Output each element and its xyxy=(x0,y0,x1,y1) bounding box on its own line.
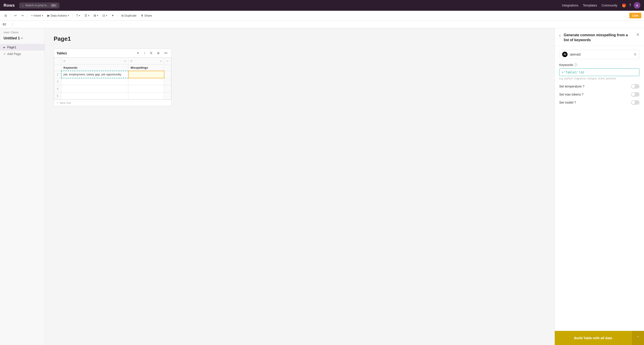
search-placeholder: Search or jump to... xyxy=(25,4,49,7)
col-names-row: Keywords Misspellings xyxy=(54,65,171,71)
table-header: Table1 ✦ ⫶ ⇅ ⊕ ••• xyxy=(54,49,171,58)
panel-body: AI openai2 ⚙ Keywords ? e.g. parfum, fra… xyxy=(555,46,644,331)
cell-b4[interactable] xyxy=(128,85,164,92)
col-header-row: A ▾ B ▾ + xyxy=(54,58,171,65)
search-icon: ⌕ xyxy=(22,4,24,7)
build-table-button[interactable]: Build Table with all data xyxy=(555,331,632,345)
gift-icon[interactable]: 🎁 xyxy=(622,3,626,8)
duplicate-button[interactable]: ⧉ Duplicate xyxy=(120,13,138,19)
toolbar-divider-4 xyxy=(118,14,118,18)
table-filter-button[interactable]: ⫶ xyxy=(143,51,146,56)
search-bar[interactable]: ⌕ Search or jump to... ⌘K xyxy=(19,3,60,9)
temperature-toggle[interactable] xyxy=(631,84,640,89)
cell-a3[interactable] xyxy=(61,78,128,85)
model-toggle-label-text: Set model xyxy=(559,101,573,104)
model-selector[interactable]: AI openai2 ⚙ xyxy=(559,50,640,59)
data-actions-chevron-icon: ▾ xyxy=(68,14,69,17)
model-gear-icon[interactable]: ⚙ xyxy=(634,53,636,56)
integrations-link[interactable]: Integrations xyxy=(562,4,578,7)
help-icon[interactable]: ? xyxy=(629,3,631,8)
row-names-num xyxy=(54,65,61,71)
layout-chevron-icon: ▾ xyxy=(106,14,107,17)
topbar: Rows ⌕ Search or jump to... ⌘K Integrati… xyxy=(0,0,644,11)
layout-button[interactable]: ⊡ ▾ xyxy=(101,13,109,18)
col-a-name-text: Keywords xyxy=(64,66,77,69)
layout-icon: ⊡ xyxy=(103,14,105,17)
new-row-button[interactable]: + New row xyxy=(54,100,171,106)
keywords-label-text: Keywords xyxy=(559,63,573,67)
doc-title-chevron-icon[interactable]: ▾ xyxy=(21,37,22,40)
max-tokens-toggle-row: Set max tokens ? xyxy=(559,92,640,97)
sidebar-item-page1[interactable]: ▶ Page1 xyxy=(0,44,44,51)
duplicate-icon: ⧉ xyxy=(122,14,124,18)
panel-footer: Build Table with all data ˅ xyxy=(555,331,644,345)
share-button[interactable]: ⬆ Share xyxy=(139,13,154,18)
format-icon: ⊞ xyxy=(94,14,96,17)
add-col-header[interactable]: + xyxy=(164,58,171,65)
keywords-label: Keywords ? xyxy=(559,63,640,67)
community-link[interactable]: Community xyxy=(602,4,618,7)
cell-a4[interactable] xyxy=(61,85,128,92)
table-sort-button[interactable]: ⇅ xyxy=(149,51,154,56)
live-button[interactable]: Live xyxy=(629,13,641,18)
model-toggle-label: Set model ? xyxy=(559,101,576,104)
max-tokens-toggle[interactable] xyxy=(631,92,640,97)
col-a-dropdown-icon[interactable]: ▾ xyxy=(124,60,126,63)
panel-title: Generate common misspelling from a list … xyxy=(564,33,633,43)
cell-b3[interactable] xyxy=(128,78,164,85)
table-search-button[interactable]: ⊕ xyxy=(156,51,161,56)
templates-link[interactable]: Templates xyxy=(583,4,597,7)
text-format-button[interactable]: T ▾ xyxy=(74,13,82,18)
sidebar-icon: ⊟ xyxy=(4,14,7,17)
keywords-help-icon[interactable]: ? xyxy=(574,63,577,67)
table-sparkle-button[interactable]: ✦ xyxy=(136,51,140,56)
cellbar: B2 xyxy=(0,21,644,28)
main-layout: rows / Demo Untitled 1 ▾ ▶ Page1 + Add P… xyxy=(0,28,644,345)
col-a-header[interactable]: A ▾ xyxy=(61,58,128,65)
insert-button[interactable]: + Insert ▾ xyxy=(29,13,45,18)
temperature-toggle-row: Set temperature ? xyxy=(559,84,640,89)
row-num-5: 5 xyxy=(54,92,61,100)
app-logo: Rows xyxy=(4,3,15,8)
align-icon: ☰ xyxy=(84,14,87,17)
row-num-3: 3 xyxy=(54,78,61,85)
panel-close-button[interactable]: ✕ xyxy=(636,33,640,37)
content-area: Page1 Table1 ✦ ⫶ ⇅ ⊕ ••• xyxy=(45,28,554,345)
user-avatar[interactable]: A xyxy=(634,2,640,9)
data-actions-button[interactable]: ▶ Data Actions ▾ xyxy=(46,13,71,18)
temperature-help-icon[interactable]: ? xyxy=(582,85,584,88)
model-toggle-row: Set model ? xyxy=(559,100,640,105)
panel-back-button[interactable]: ‹ xyxy=(559,33,560,38)
build-chevron-button[interactable]: ˅ xyxy=(632,331,644,345)
undo-button[interactable]: ↩ xyxy=(12,13,18,18)
col-b-dropdown-icon[interactable]: ▾ xyxy=(160,60,162,63)
sidebar: rows / Demo Untitled 1 ▾ ▶ Page1 + Add P… xyxy=(0,28,45,345)
format-button[interactable]: ⊞ ▾ xyxy=(92,13,100,18)
build-chevron-icon: ˅ xyxy=(637,335,639,340)
cell-b5[interactable] xyxy=(128,92,164,100)
breadcrumb-demo[interactable]: Demo xyxy=(12,31,18,34)
page1-label: Page1 xyxy=(7,46,16,49)
sidebar-toggle-button[interactable]: ⊟ xyxy=(3,13,9,18)
cell-add-3 xyxy=(164,78,171,85)
new-row-label: New row xyxy=(60,101,71,105)
table-row: 3 xyxy=(54,78,171,85)
cell-a2[interactable]: job, employment, salary gap, job opportu… xyxy=(61,71,128,78)
table-row: 4 xyxy=(54,85,171,92)
cell-a5[interactable] xyxy=(61,92,128,100)
add-page-button[interactable]: + Add Page xyxy=(0,51,44,57)
model-toggle[interactable] xyxy=(631,100,640,105)
cell-b2[interactable] xyxy=(128,71,164,78)
align-button[interactable]: ☰ ▾ xyxy=(83,13,91,18)
redo-button[interactable]: ↪ xyxy=(20,13,26,18)
brush-button[interactable]: ✦ xyxy=(110,13,116,18)
breadcrumb-rows[interactable]: rows xyxy=(4,31,9,34)
redo-icon: ↪ xyxy=(21,14,24,17)
model-help-icon[interactable]: ? xyxy=(574,101,576,104)
col-b-header[interactable]: B ▾ xyxy=(128,58,164,65)
table-more-button[interactable]: ••• xyxy=(163,51,168,56)
panel-header: ‹ Generate common misspelling from a lis… xyxy=(555,28,644,46)
col-a-name: Keywords xyxy=(61,65,128,71)
max-tokens-help-icon[interactable]: ? xyxy=(582,93,584,96)
keywords-input[interactable] xyxy=(559,69,640,76)
